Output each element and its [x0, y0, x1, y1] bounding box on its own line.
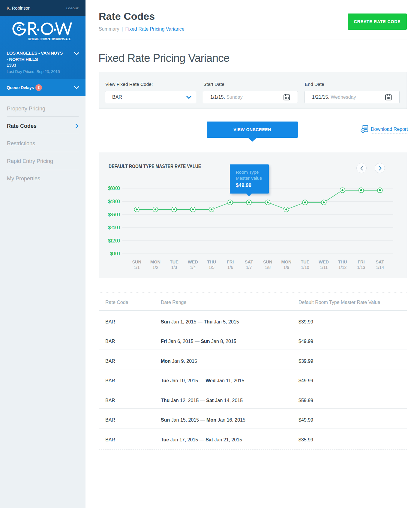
svg-text:FRI: FRI	[358, 260, 364, 264]
svg-text:1/1: 1/1	[134, 265, 140, 270]
svg-text:MON: MON	[150, 260, 160, 264]
svg-text:1/9: 1/9	[284, 265, 290, 270]
svg-text:SAT: SAT	[376, 260, 384, 264]
svg-text:MON: MON	[281, 260, 292, 264]
svg-text:REVENUE OPTIMIZATION WORKSPACE: REVENUE OPTIMIZATION WORKSPACE	[28, 38, 71, 41]
svg-text:THU: THU	[338, 260, 347, 264]
svg-text:1/6: 1/6	[227, 265, 233, 270]
svg-text:SUN: SUN	[132, 260, 141, 264]
svg-text:1/13: 1/13	[357, 265, 365, 270]
svg-text:$48.00: $48.00	[108, 199, 120, 204]
svg-text:1/10: 1/10	[301, 265, 309, 270]
svg-text:FRI: FRI	[227, 260, 234, 264]
svg-text:TUE: TUE	[170, 260, 178, 264]
svg-text:$60.00: $60.00	[108, 186, 120, 191]
svg-text:1/7: 1/7	[246, 265, 252, 270]
svg-text:6: 6	[17, 24, 22, 33]
svg-text:1/4: 1/4	[190, 265, 196, 270]
svg-text:$0.00: $0.00	[110, 251, 120, 256]
svg-text:1/8: 1/8	[265, 265, 271, 270]
svg-text:$24.00: $24.00	[108, 225, 120, 230]
svg-text:1/12: 1/12	[338, 265, 346, 270]
svg-text:WED: WED	[188, 260, 198, 264]
svg-text:1/3: 1/3	[171, 265, 177, 270]
svg-text:THU: THU	[207, 260, 216, 264]
svg-text:TUE: TUE	[301, 260, 309, 264]
svg-text:1/2: 1/2	[152, 265, 158, 270]
svg-text:1/11: 1/11	[320, 265, 328, 270]
svg-text:WED: WED	[319, 260, 329, 264]
svg-text:SAT: SAT	[245, 260, 253, 264]
svg-text:SUN: SUN	[263, 260, 272, 264]
svg-text:$36.00: $36.00	[108, 212, 120, 217]
svg-text:$12.00: $12.00	[108, 238, 120, 243]
svg-text:1/14: 1/14	[376, 265, 384, 270]
svg-text:1/5: 1/5	[208, 265, 214, 270]
